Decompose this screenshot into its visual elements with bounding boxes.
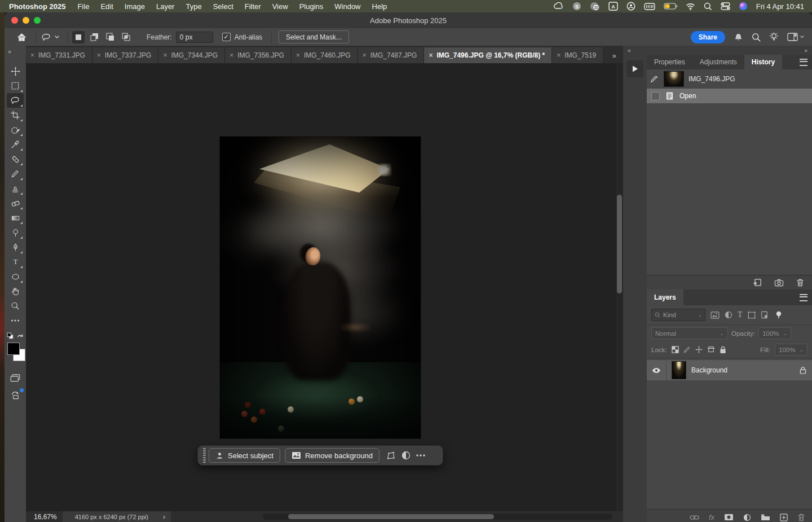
home-icon[interactable] bbox=[17, 33, 27, 42]
layer-style-fx-icon[interactable]: fx bbox=[709, 513, 714, 521]
tab-close-icon[interactable]: × bbox=[429, 51, 433, 59]
new-selection-icon[interactable] bbox=[72, 31, 85, 43]
layer-visibility-toggle[interactable] bbox=[647, 360, 667, 380]
document-tab[interactable]: ×IMG_7356.JPG bbox=[225, 47, 292, 63]
share-button[interactable]: Share bbox=[691, 31, 725, 43]
history-source-checkbox[interactable] bbox=[651, 92, 660, 100]
tab-properties[interactable]: Properties bbox=[647, 55, 692, 69]
tab-close-icon[interactable]: × bbox=[97, 51, 101, 59]
layer-row-background[interactable]: Background bbox=[647, 360, 812, 380]
history-brush-icon[interactable] bbox=[650, 74, 659, 84]
clone-stamp-tool[interactable] bbox=[7, 181, 24, 196]
delete-state-trash-icon[interactable] bbox=[796, 278, 804, 287]
horizontal-scrollbar[interactable] bbox=[263, 514, 612, 520]
document-tab[interactable]: ×IMG_7460.JPG bbox=[292, 47, 358, 63]
control-center-icon[interactable] bbox=[721, 2, 730, 11]
creative-cloud-icon[interactable] bbox=[554, 2, 564, 11]
document-tab[interactable]: ×IMG_7331.JPG bbox=[26, 47, 92, 63]
more-tools-icon[interactable] bbox=[7, 313, 24, 328]
lock-pixels-brush-icon[interactable] bbox=[683, 346, 691, 353]
menu-bar-clock[interactable]: Fri 4 Apr 10:41 bbox=[756, 2, 804, 11]
menu-item-view[interactable]: View bbox=[272, 2, 288, 11]
notifications-bell-icon[interactable] bbox=[734, 33, 743, 42]
tab-close-icon[interactable]: × bbox=[557, 51, 561, 59]
vertical-scrollbar[interactable] bbox=[616, 63, 623, 511]
new-adjustment-layer-icon[interactable] bbox=[743, 514, 751, 521]
dodge-tool[interactable] bbox=[7, 225, 24, 240]
feather-input[interactable]: 0 px bbox=[176, 32, 213, 43]
minimize-button[interactable] bbox=[23, 17, 29, 24]
menu-item-plugins[interactable]: Plugins bbox=[299, 2, 324, 11]
discover-lightbulb-icon[interactable] bbox=[770, 32, 778, 42]
history-snapshot-row[interactable]: IMG_7496.JPG bbox=[647, 69, 812, 89]
menu-item-type[interactable]: Type bbox=[186, 2, 201, 11]
delete-layer-trash-icon[interactable] bbox=[797, 513, 805, 521]
task-bar-drag-handle[interactable] bbox=[201, 448, 208, 463]
antialias-checkbox[interactable]: ✓ bbox=[222, 33, 231, 41]
add-to-selection-icon[interactable] bbox=[88, 31, 100, 43]
tab-close-icon[interactable]: × bbox=[30, 51, 34, 59]
battery-icon[interactable] bbox=[664, 2, 677, 11]
document-info[interactable]: 4160 px x 6240 px (72 ppi) › bbox=[63, 511, 171, 522]
actions-panel-icon[interactable] bbox=[626, 60, 643, 77]
lock-all-icon[interactable] bbox=[720, 346, 726, 354]
adjustments-icon[interactable] bbox=[399, 451, 413, 460]
marquee-tool[interactable] bbox=[7, 78, 24, 93]
collapse-dock-right-icon[interactable]: » bbox=[804, 47, 807, 54]
tab-history[interactable]: History bbox=[744, 55, 782, 69]
search-icon[interactable] bbox=[752, 33, 761, 42]
lasso-tool[interactable] bbox=[7, 93, 24, 108]
opacity-dropdown[interactable]: 100% ⌄ bbox=[758, 327, 791, 339]
fill-dropdown[interactable]: 100% ⌄ bbox=[775, 344, 807, 356]
shape-tool[interactable] bbox=[7, 269, 24, 284]
menu-item-help[interactable]: Help bbox=[372, 2, 387, 11]
foreground-background-swatches[interactable] bbox=[7, 341, 24, 364]
menu-app-name[interactable]: Photoshop 2025 bbox=[9, 2, 65, 11]
layer-filter-kind-dropdown[interactable]: Kind ⌄ bbox=[651, 309, 705, 321]
type-tool[interactable]: T bbox=[7, 255, 24, 269]
link-layers-icon[interactable] bbox=[690, 515, 699, 520]
status-chevron-icon[interactable]: › bbox=[163, 513, 165, 521]
swap-colors-icon[interactable] bbox=[17, 332, 24, 339]
filter-type-layers-icon[interactable]: T bbox=[738, 310, 743, 319]
menu-item-image[interactable]: Image bbox=[125, 2, 145, 11]
workspace-switcher-icon[interactable] bbox=[787, 33, 804, 41]
tab-close-icon[interactable]: × bbox=[163, 51, 167, 59]
lock-position-icon[interactable] bbox=[695, 346, 703, 353]
lock-artboard-icon[interactable] bbox=[707, 346, 715, 353]
gradient-tool[interactable] bbox=[7, 210, 24, 225]
tab-close-icon[interactable]: × bbox=[363, 51, 367, 59]
document-tab-active[interactable]: ×IMG_7496.JPG @ 16,7% (RGB/8) * bbox=[424, 47, 552, 63]
spot-healing-brush-tool[interactable] bbox=[7, 152, 24, 166]
zoom-tool[interactable] bbox=[7, 299, 24, 313]
document-tab[interactable]: ×IMG_7344.JPG bbox=[158, 47, 225, 63]
move-tool[interactable] bbox=[7, 64, 24, 78]
filter-adjustment-layers-icon[interactable] bbox=[725, 311, 732, 319]
maximize-button[interactable] bbox=[34, 17, 41, 24]
filter-toggle-icon[interactable] bbox=[775, 311, 782, 319]
canvas-area[interactable] bbox=[26, 63, 623, 511]
tab-close-icon[interactable]: × bbox=[230, 51, 233, 59]
crop-tool[interactable] bbox=[7, 108, 24, 122]
filter-shape-layers-icon[interactable] bbox=[748, 312, 756, 319]
object-selection-tool[interactable] bbox=[7, 122, 24, 137]
transform-icon[interactable] bbox=[384, 451, 399, 460]
tab-overflow-chevrons[interactable]: » bbox=[612, 51, 623, 63]
menu-item-window[interactable]: Window bbox=[334, 2, 360, 11]
remove-background-button[interactable]: Remove background bbox=[285, 448, 379, 463]
spotlight-icon[interactable] bbox=[704, 2, 712, 11]
more-options-icon[interactable] bbox=[413, 454, 428, 457]
select-subject-button[interactable]: Select subject bbox=[209, 448, 280, 463]
blend-mode-dropdown[interactable]: Normal ⌄ bbox=[651, 327, 728, 339]
lasso-tool-indicator-icon[interactable] bbox=[41, 32, 59, 42]
document-tab[interactable]: ×IMG_7519 bbox=[552, 47, 603, 63]
tab-close-icon[interactable]: × bbox=[296, 51, 300, 59]
menu-item-edit[interactable]: Edit bbox=[100, 2, 113, 11]
keyboard-battery-icon[interactable] bbox=[644, 2, 655, 11]
close-button[interactable] bbox=[11, 17, 18, 24]
subtract-from-selection-icon[interactable] bbox=[104, 31, 116, 43]
pen-tool[interactable] bbox=[7, 240, 24, 255]
input-source-icon[interactable]: A bbox=[608, 2, 618, 11]
s-app-icon[interactable]: S bbox=[572, 2, 581, 11]
horizontal-scrollbar-thumb[interactable] bbox=[288, 514, 494, 519]
